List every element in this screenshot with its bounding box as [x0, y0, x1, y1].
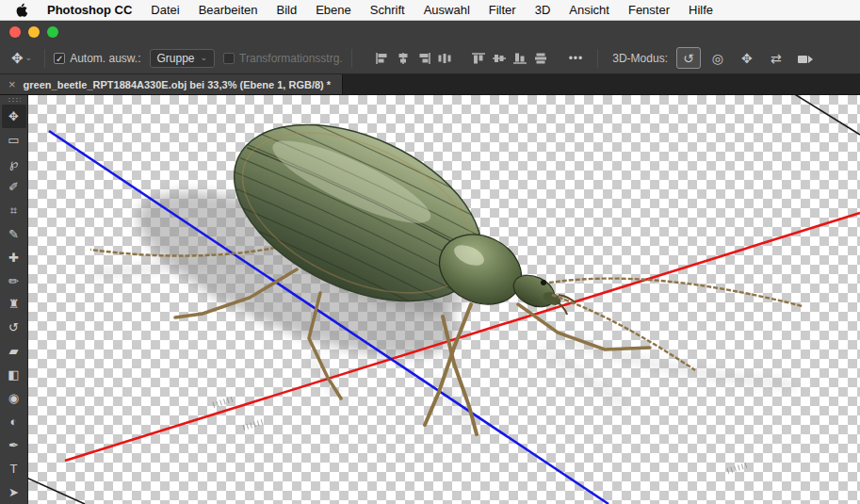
menu-datei[interactable]: Datei [151, 3, 179, 17]
ground-plane-edge-bottom-left [28, 478, 85, 504]
document-canvas[interactable] [28, 95, 860, 504]
more-align-options-button[interactable]: ••• [563, 50, 590, 67]
document-tab-title: green_beetle_RPT1884A330E.obj bei 33,3% … [24, 79, 331, 90]
options-bar: ✥ ⌄ ✓ Autom. ausw.: Gruppe ⌄ Transformat… [0, 42, 860, 74]
menu-auswahl[interactable]: Auswahl [424, 3, 470, 17]
lasso-tool-button[interactable]: ℘ [2, 152, 26, 175]
align-right-edges-button[interactable] [415, 51, 432, 66]
crop-tool-button[interactable]: ⌗ [2, 199, 26, 222]
menu-ebene[interactable]: Ebene [316, 3, 351, 17]
minimize-window-button[interactable] [28, 26, 40, 38]
checkbox-checked-icon: ✓ [54, 53, 65, 64]
auto-select-label: Autom. ausw.: [70, 52, 140, 65]
menu-3d[interactable]: 3D [535, 3, 551, 17]
zoom-window-button[interactable] [47, 26, 58, 38]
brush-tool-button[interactable]: ✏ [2, 269, 26, 293]
align-top-edges-button[interactable] [470, 51, 487, 66]
slide-3d-camera-button[interactable]: ⇄ [764, 47, 788, 69]
transform-controls-label: Transformationsstrg. [239, 52, 343, 65]
tools-panel: ✥ ▭ ℘ ✐ ⌗ ✎ ✚ ✏ ♜ ↺ ▰ ◧ ◉ ◐ ✒ T ➤ [0, 95, 28, 504]
pan-3d-camera-button[interactable]: ✥ [735, 47, 759, 69]
distribute-horizontal-button[interactable] [436, 51, 453, 66]
eraser-tool-button[interactable]: ▰ [2, 339, 26, 363]
ground-plane-ticks [213, 397, 233, 408]
move-tool-icon: ✥ [11, 50, 24, 67]
menu-hilfe[interactable]: Hilfe [689, 3, 713, 17]
beetle-leg [518, 304, 650, 350]
beetle-right-antenna [549, 279, 803, 306]
document-tab[interactable]: × green_beetle_RPT1884A330E.obj bei 33,3… [0, 74, 343, 94]
menu-bild[interactable]: Bild [277, 3, 298, 17]
menu-fenster[interactable]: Fenster [628, 3, 670, 17]
dodge-tool-button[interactable]: ◐ [2, 410, 26, 433]
apple-logo-icon[interactable] [15, 3, 28, 17]
3d-mode-label: 3D-Modus: [612, 52, 668, 65]
align-horizontal-centers-button[interactable] [395, 51, 412, 66]
close-tab-icon[interactable]: × [8, 77, 16, 91]
menu-bearbeiten[interactable]: Bearbeiten [199, 3, 258, 17]
chevron-down-icon: ⌄ [201, 54, 208, 62]
auto-select-target-dropdown[interactable]: Gruppe ⌄ [150, 49, 216, 68]
type-tool-button[interactable]: T [2, 457, 26, 480]
menu-schrift[interactable]: Schrift [370, 3, 405, 17]
zoom-3d-camera-button[interactable] [793, 47, 818, 69]
ground-plane-ticks [243, 419, 263, 431]
quick-selection-tool-button[interactable]: ✐ [2, 175, 26, 199]
orbit-3d-camera-button[interactable]: ↺ [676, 47, 701, 69]
roll-3d-camera-button[interactable]: ◎ [706, 47, 730, 69]
rectangular-marquee-tool-button[interactable]: ▭ [2, 128, 26, 152]
chevron-down-icon: ⌄ [25, 54, 33, 62]
auto-select-checkbox[interactable]: ✓ Autom. ausw.: [54, 52, 140, 65]
ground-plane-edge-top-right [793, 95, 860, 135]
clone-stamp-tool-button[interactable]: ♜ [2, 292, 26, 316]
align-bottom-edges-button[interactable] [511, 51, 528, 66]
path-selection-tool-button[interactable]: ➤ [2, 480, 26, 504]
divider [44, 49, 45, 68]
close-window-button[interactable] [9, 26, 21, 38]
blur-tool-button[interactable]: ◉ [2, 386, 26, 410]
gradient-tool-button[interactable]: ◧ [2, 363, 26, 386]
pen-tool-button[interactable]: ✒ [2, 433, 26, 457]
align-left-edges-button[interactable] [374, 51, 391, 66]
beetle-eye [541, 280, 546, 285]
document-tab-bar: × green_beetle_RPT1884A330E.obj bei 33,3… [0, 74, 860, 95]
transform-controls-checkbox[interactable]: Transformationsstrg. [223, 52, 343, 65]
eyedropper-tool-button[interactable]: ✎ [2, 222, 26, 246]
distribute-vertical-button[interactable] [532, 51, 549, 66]
divider [597, 49, 598, 68]
checkbox-unchecked-icon [223, 53, 235, 64]
menu-filter[interactable]: Filter [489, 3, 516, 17]
dropdown-value: Gruppe [157, 52, 195, 65]
canvas-3d-overlay [28, 95, 860, 504]
history-brush-tool-button[interactable]: ↺ [2, 316, 26, 339]
menu-ansicht[interactable]: Ansicht [569, 3, 609, 17]
active-tool-preset-button[interactable]: ✥ ⌄ [8, 48, 36, 69]
ground-plane-ticks [727, 463, 747, 474]
photoshop-window: Photoshop CC Datei Bearbeiten Bild Ebene… [0, 0, 860, 504]
toolbar-grip[interactable] [8, 97, 21, 103]
divider [351, 49, 352, 68]
move-tool-button[interactable]: ✥ [2, 105, 26, 128]
menu-photoshop-cc[interactable]: Photoshop CC [47, 3, 132, 17]
3d-mode-buttons: ↺ ◎ ✥ ⇄ [676, 47, 818, 69]
align-vertical-centers-button[interactable] [491, 51, 508, 66]
alignment-buttons [374, 51, 549, 66]
macos-menu-bar: Photoshop CC Datei Bearbeiten Bild Ebene… [0, 0, 860, 21]
spot-healing-brush-tool-button[interactable]: ✚ [2, 246, 26, 269]
window-title-bar [0, 21, 860, 42]
